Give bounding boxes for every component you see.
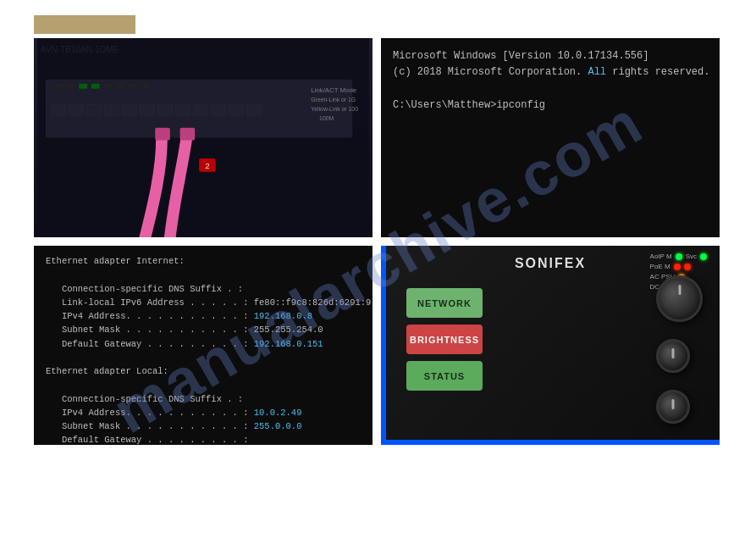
cmd-line-2: (c) 2018 Microsoft Corporation. All righ… [393, 64, 708, 81]
gateway-1: 192.168.0.151 [254, 339, 323, 349]
network-button[interactable]: NETWORK [406, 288, 483, 318]
svg-rect-4 [79, 84, 87, 89]
knob-3[interactable] [656, 390, 690, 424]
status-button[interactable]: STATUS [406, 361, 483, 391]
svg-text:Link/ACT Mode: Link/ACT Mode [311, 86, 356, 94]
svg-text:Green-Link or 1G: Green-Link or 1G [311, 97, 356, 103]
cmd-line-1: Microsoft Windows [Version 10.0.17134.55… [393, 48, 708, 64]
poe-led2 [684, 264, 691, 270]
svg-rect-5 [91, 84, 100, 89]
sonifex-body: SONIFEX AoIP M Svc PoE M A [381, 246, 720, 445]
ipconfig-line-8 [46, 351, 361, 364]
knob-1[interactable] [656, 275, 703, 322]
svg-text:2: 2 [205, 161, 209, 170]
ipconfig-line-12: IPv4 Address. . . . . . . . . . . : 10.0… [46, 406, 361, 419]
ipconfig-line-6: Subnet Mask . . . . . . . . . . . : 255.… [46, 323, 361, 336]
svg-rect-7 [116, 84, 124, 89]
image-grid: AVN-TB10AN-1OME [34, 38, 720, 445]
cables-svg: 2 Link/ACT Mode Green-Link or 1G Yellow-… [34, 38, 372, 237]
svg-text:100M: 100M [319, 115, 334, 121]
subnet-2: 255.0.0.0 [254, 421, 302, 431]
brightness-button[interactable]: BRIGHTNESS [406, 325, 483, 354]
switch-body: AVN-TB10AN-1OME [34, 38, 372, 237]
indicator-aoip: AoIP M Svc [650, 253, 707, 260]
ipconfig-line-4: Link-local IPv6 Address . . . . . : fe80… [46, 296, 361, 309]
ipconfig-line-1: Ethernet adapter Internet: [46, 254, 361, 268]
ipconfig-line-2 [46, 268, 361, 281]
cmd-all-highlight: All [588, 66, 606, 78]
sonifex-border-bottom [381, 440, 720, 445]
svg-rect-9 [141, 84, 150, 89]
ipconfig-line-14: Default Gateway . . . . . . . . . : [46, 433, 361, 445]
ipconfig-line-7: Default Gateway . . . . . . . . . : 192.… [46, 337, 361, 351]
svg-rect-10 [155, 128, 170, 141]
aoip-label: AoIP M [650, 253, 672, 260]
ip-address-1: 192.168.0.8 [254, 311, 312, 321]
sonifex-brand-label: SONIFEX [515, 256, 586, 271]
sonifex-border-left [381, 246, 386, 445]
ipconfig-line-5: IPv4 Address. . . . . . . . . . . : 192.… [46, 309, 361, 323]
knobs-area [656, 275, 703, 424]
svg-text:Yellow-Link or 100: Yellow-Link or 100 [311, 106, 358, 112]
aoip-led [676, 253, 682, 260]
svg-rect-6 [104, 84, 113, 89]
indicator-poe: PoE M [650, 263, 707, 270]
ipconfig-line-11: Connection-specific DNS Suffix . : [46, 392, 361, 406]
ipconfig-line-13: Subnet Mask . . . . . . . . . . . : 255.… [46, 419, 361, 433]
cell-network-switch: AVN-TB10AN-1OME [34, 38, 372, 237]
cell-sonifex: SONIFEX AoIP M Svc PoE M A [381, 246, 720, 445]
svc-led [700, 253, 707, 260]
ipconfig-line-9: Ethernet adapter Local: [46, 364, 361, 378]
svg-rect-8 [129, 84, 137, 89]
ip-address-2: 10.0.2.49 [254, 408, 302, 418]
svc-label: Svc [686, 253, 697, 260]
svg-rect-2 [54, 84, 63, 89]
svg-rect-11 [180, 128, 196, 141]
svg-rect-3 [66, 84, 74, 89]
knob-2[interactable] [656, 339, 690, 373]
poe-label: PoE M [650, 263, 670, 270]
buttons-panel: NETWORK BRIGHTNESS STATUS [406, 288, 483, 391]
cmd-line-3 [393, 81, 708, 97]
cmd-line-4: C:\Users\Matthew>ipconfig [393, 97, 708, 114]
cell-cmd-window: Microsoft Windows [Version 10.0.17134.55… [381, 38, 720, 237]
cell-ipconfig: Ethernet adapter Internet: Connection-sp… [34, 246, 372, 445]
page-container: manualarchive.com AVN-TB10AN-1OME [0, 0, 756, 533]
top-bar [34, 15, 135, 34]
ipconfig-line-10 [46, 378, 361, 391]
ipconfig-line-3: Connection-specific DNS Suffix . : [46, 282, 361, 296]
poe-led [674, 264, 681, 270]
